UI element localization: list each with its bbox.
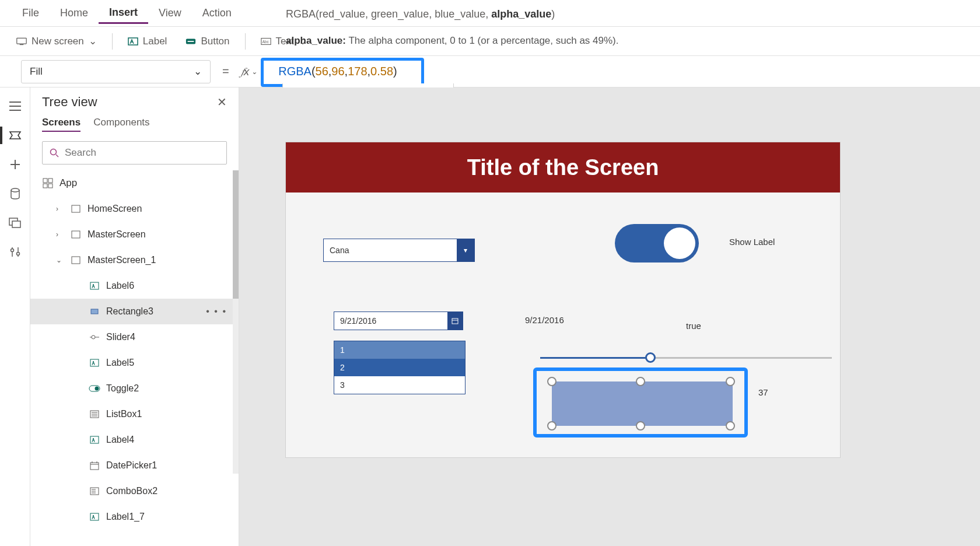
left-rail [0, 88, 30, 546]
tree-item-label1-7[interactable]: Label1_7 [30, 504, 239, 530]
insert-button-button[interactable]: Button [180, 32, 235, 51]
svg-point-12 [51, 149, 57, 155]
screen-icon [16, 36, 27, 47]
app-screen[interactable]: Title of the Screen Cana ▾ Show Label 9/… [286, 142, 840, 457]
screen-icon [70, 254, 82, 266]
menu-file[interactable]: File [12, 4, 50, 23]
listbox-control[interactable]: 1 2 3 [334, 341, 466, 394]
rectangle-control[interactable] [552, 382, 733, 426]
tab-components[interactable]: Components [93, 117, 149, 132]
svg-point-25 [95, 387, 99, 391]
tree-item-label6[interactable]: Label6 [30, 273, 239, 299]
tree-item-listbox1[interactable]: ListBox1 [30, 401, 239, 427]
menu-action[interactable]: Action [192, 4, 242, 23]
search-icon [50, 148, 59, 158]
selected-rectangle-highlight [533, 368, 748, 438]
svg-rect-31 [452, 318, 458, 324]
insert-icon[interactable] [8, 158, 22, 172]
tree-search[interactable] [42, 141, 227, 164]
tree-item-homescreen[interactable]: › HomeScreen [30, 196, 239, 222]
toolbar-separator [112, 33, 113, 50]
scrollbar-thumb[interactable] [233, 170, 239, 299]
svg-rect-13 [43, 178, 47, 183]
tree-item-combobox2[interactable]: ComboBox2 [30, 478, 239, 504]
menu-view[interactable]: View [148, 4, 192, 23]
calendar-icon[interactable] [447, 312, 463, 330]
tree-view-icon[interactable] [8, 128, 22, 142]
insert-label-button[interactable]: Label [122, 32, 173, 51]
tree-tabs: Screens Components [30, 114, 239, 138]
tree-item-datepicker1[interactable]: DatePicker1 [30, 453, 239, 478]
listbox-icon [89, 408, 100, 420]
more-icon[interactable]: • • • [206, 306, 227, 317]
label-icon [89, 511, 100, 523]
slider-control[interactable] [540, 352, 832, 364]
tree-view-title: Tree view [42, 94, 97, 110]
toggle-icon [89, 383, 100, 394]
resize-handle[interactable] [636, 377, 645, 386]
data-icon[interactable] [8, 187, 22, 201]
svg-rect-20 [90, 282, 99, 289]
svg-rect-9 [12, 221, 20, 228]
resize-handle[interactable] [547, 377, 556, 386]
datepicker-control[interactable]: 9/21/2016 [334, 312, 463, 330]
svg-rect-23 [90, 359, 99, 366]
resize-handle[interactable] [547, 421, 556, 430]
tools-icon[interactable] [8, 245, 22, 259]
app-icon [42, 177, 54, 189]
title-label[interactable]: Title of the Screen [286, 142, 840, 192]
media-icon[interactable] [8, 216, 22, 230]
menu-home[interactable]: Home [50, 4, 99, 23]
svg-rect-14 [48, 178, 52, 183]
tab-screens[interactable]: Screens [42, 117, 80, 132]
resize-handle[interactable] [726, 377, 735, 386]
hamburger-icon[interactable] [8, 99, 22, 113]
close-icon[interactable]: ✕ [217, 95, 227, 109]
rail-selection-indicator [0, 127, 2, 144]
canvas-area[interactable]: Title of the Screen Cana ▾ Show Label 9/… [239, 88, 980, 546]
svg-rect-28 [90, 463, 99, 470]
svg-rect-18 [72, 231, 80, 238]
tree-item-rectangle3[interactable]: Rectangle3 • • • [30, 299, 239, 324]
slider-value-label: 37 [758, 387, 768, 397]
search-input[interactable] [65, 147, 219, 159]
slider-thumb[interactable] [645, 352, 656, 363]
tree-item-masterscreen1[interactable]: ⌄ MasterScreen_1 [30, 247, 239, 273]
datepicker-icon [89, 460, 100, 471]
formula-input[interactable]: RGBA(56, 96, 178, 0.58) [264, 60, 980, 83]
screen-icon [70, 229, 82, 240]
svg-rect-2 [128, 38, 138, 45]
property-selector[interactable]: Fill ⌄ [21, 60, 211, 83]
list-item[interactable]: 3 [334, 376, 465, 394]
chevron-down-icon[interactable]: ▾ [457, 239, 474, 261]
tree-item-toggle2[interactable]: Toggle2 [30, 376, 239, 401]
tree-item-masterscreen[interactable]: › MasterScreen [30, 222, 239, 247]
label-icon [89, 434, 100, 446]
tree-item-label4[interactable]: Label4 [30, 427, 239, 453]
fx-button[interactable]: 𝑓x⌄ [241, 65, 258, 78]
chevron-down-icon: ⌄ [56, 256, 64, 264]
svg-rect-19 [72, 257, 80, 264]
svg-rect-1 [20, 44, 24, 44]
svg-rect-30 [90, 513, 99, 520]
svg-point-11 [16, 253, 19, 256]
svg-rect-27 [90, 436, 99, 443]
tree-view-panel: Tree view ✕ Screens Components App › Hom… [30, 88, 239, 546]
tree-item-label5[interactable]: Label5 [30, 350, 239, 376]
tree-app[interactable]: App [30, 170, 239, 196]
svg-point-7 [11, 188, 19, 192]
tree-item-slider4[interactable]: Slider4 [30, 324, 239, 350]
rectangle-icon [89, 306, 100, 317]
resize-handle[interactable] [636, 421, 645, 430]
chevron-down-icon: ⌄ [194, 65, 202, 78]
screen-icon [70, 203, 82, 215]
list-item[interactable]: 2 [334, 359, 465, 376]
resize-handle[interactable] [726, 421, 735, 430]
new-screen-button[interactable]: New screen ⌄ [10, 32, 103, 51]
menu-insert[interactable]: Insert [99, 3, 148, 24]
toggle-control[interactable] [615, 224, 699, 262]
toolbar-separator [245, 33, 246, 50]
text-icon: Abc [261, 36, 271, 47]
combobox-control[interactable]: Cana ▾ [323, 239, 475, 262]
list-item[interactable]: 1 [334, 341, 465, 359]
